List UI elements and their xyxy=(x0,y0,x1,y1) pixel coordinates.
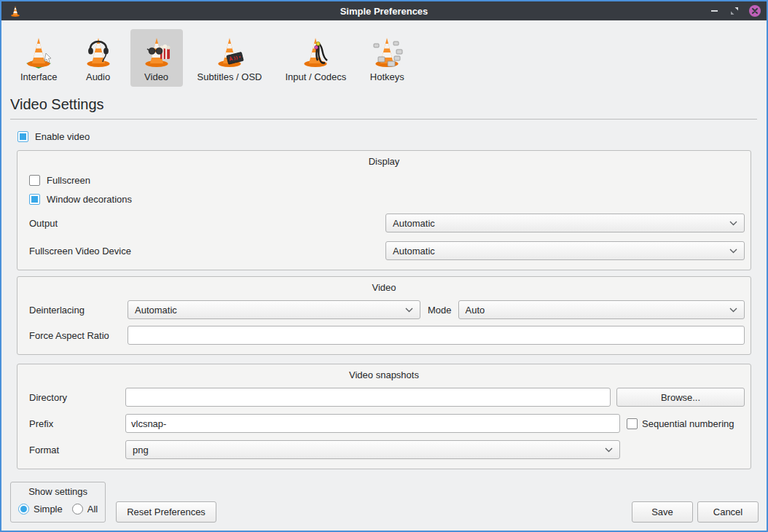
video-group-title: Video xyxy=(23,282,745,293)
tab-input-codecs[interactable]: Input / Codecs xyxy=(276,29,355,87)
deinterlacing-value: Automatic xyxy=(135,305,177,316)
fullscreen-video-device-row: Fullscreen Video Device Automatic xyxy=(23,241,745,260)
force-aspect-ratio-row: Force Aspect Ratio xyxy=(23,326,745,345)
vlc-cone-codecs-icon xyxy=(298,34,333,69)
sequential-numbering-checkbox[interactable] xyxy=(627,418,638,429)
tab-label: Interface xyxy=(20,71,58,82)
simple-radio[interactable] xyxy=(18,504,29,515)
output-value: Automatic xyxy=(393,218,435,229)
simple-radio-label: Simple xyxy=(34,504,63,515)
close-icon[interactable] xyxy=(749,5,761,17)
vlc-cone-interface-icon xyxy=(21,34,56,69)
format-value: png xyxy=(133,445,149,455)
page-title: Video Settings xyxy=(10,96,758,113)
footer-bar: Show settings Simple All Reset Preferenc… xyxy=(1,482,767,531)
save-button[interactable]: Save xyxy=(632,501,693,523)
video-snapshots-groupbox: Video snapshots Directory Browse... Pref… xyxy=(17,364,751,469)
all-radio-label: All xyxy=(87,504,98,515)
tab-subtitles-osd[interactable]: Subtitles / OSD xyxy=(189,29,271,87)
preferences-toolbar: Interface Audio xyxy=(1,20,767,87)
output-row: Output Automatic xyxy=(23,214,745,232)
show-settings-groupbox: Show settings Simple All xyxy=(10,482,106,523)
vlc-cone-icon xyxy=(9,4,22,17)
tab-video[interactable]: Video xyxy=(130,29,183,87)
window-decorations-row[interactable]: Window decorations xyxy=(29,194,745,205)
tab-label: Subtitles / OSD xyxy=(197,71,262,82)
video-groupbox: Video Deinterlacing Automatic Mode Auto … xyxy=(17,276,751,355)
vlc-cone-subtitles-icon xyxy=(212,34,247,69)
output-label: Output xyxy=(29,218,58,229)
directory-label: Directory xyxy=(29,392,125,403)
display-group-title: Display xyxy=(23,156,745,167)
chevron-down-icon xyxy=(729,221,737,226)
maximize-icon[interactable] xyxy=(729,5,740,17)
window-decorations-checkbox[interactable] xyxy=(29,194,40,205)
all-radio[interactable] xyxy=(72,504,83,515)
radio-all[interactable]: All xyxy=(72,504,98,515)
tab-hotkeys[interactable]: Hotkeys xyxy=(361,29,413,87)
tab-label: Audio xyxy=(86,71,110,82)
tab-label: Input / Codecs xyxy=(285,71,346,82)
display-groupbox: Display Fullscreen Window decorations Ou… xyxy=(17,150,751,270)
enable-video-label: Enable video xyxy=(35,131,90,142)
prefix-label: Prefix xyxy=(29,418,125,429)
format-dropdown[interactable]: png xyxy=(125,440,620,459)
sequential-numbering-row[interactable]: Sequential numbering xyxy=(627,418,734,429)
output-dropdown[interactable]: Automatic xyxy=(385,214,745,232)
vlc-cone-hotkeys-icon xyxy=(369,34,404,69)
window-title: Simple Preferences xyxy=(1,6,767,17)
tab-label: Video xyxy=(144,71,168,82)
force-aspect-ratio-input[interactable] xyxy=(128,326,745,345)
format-row: Format png xyxy=(23,440,745,459)
prefix-row: Prefix Sequential numbering xyxy=(23,414,745,433)
chevron-down-icon xyxy=(605,447,613,453)
browse-button[interactable]: Browse... xyxy=(616,388,745,407)
vlc-cone-video-icon xyxy=(139,34,174,69)
directory-row: Directory Browse... xyxy=(23,388,745,407)
show-settings-title: Show settings xyxy=(18,486,98,497)
enable-video-checkbox[interactable] xyxy=(17,131,28,142)
minimize-icon[interactable] xyxy=(708,5,720,17)
fullscreen-checkbox[interactable] xyxy=(29,175,40,186)
deinterlacing-dropdown[interactable]: Automatic xyxy=(128,300,420,319)
fullscreen-video-device-dropdown[interactable]: Automatic xyxy=(385,241,745,260)
prefix-input[interactable] xyxy=(125,414,620,433)
deinterlacing-label: Deinterlacing xyxy=(29,305,128,316)
video-snapshots-group-title: Video snapshots xyxy=(23,369,745,380)
preferences-window: Simple Preferences xyxy=(0,0,768,532)
fullscreen-row[interactable]: Fullscreen xyxy=(29,175,745,186)
mode-dropdown[interactable]: Auto xyxy=(458,300,745,319)
mode-label: Mode xyxy=(428,305,452,316)
radio-simple[interactable]: Simple xyxy=(18,504,63,515)
force-aspect-ratio-label: Force Aspect Ratio xyxy=(29,330,128,341)
reset-preferences-button[interactable]: Reset Preferences xyxy=(116,501,216,523)
format-label: Format xyxy=(29,445,125,455)
tab-interface[interactable]: Interface xyxy=(12,29,66,87)
tab-label: Hotkeys xyxy=(370,71,404,82)
vlc-cone-audio-icon xyxy=(81,34,116,69)
mode-value: Auto xyxy=(466,305,485,316)
chevron-down-icon xyxy=(405,308,413,313)
sequential-numbering-label: Sequential numbering xyxy=(642,418,734,429)
directory-input[interactable] xyxy=(125,388,611,407)
enable-video-row[interactable]: Enable video xyxy=(17,131,767,142)
tab-audio[interactable]: Audio xyxy=(72,29,125,87)
fullscreen-video-device-value: Automatic xyxy=(393,246,435,257)
chevron-down-icon xyxy=(729,249,737,254)
deinterlacing-row: Deinterlacing Automatic Mode Auto xyxy=(23,300,745,319)
chevron-down-icon xyxy=(729,308,737,313)
heading-divider xyxy=(10,119,757,120)
titlebar: Simple Preferences xyxy=(1,1,767,20)
window-controls xyxy=(708,5,761,17)
cancel-button[interactable]: Cancel xyxy=(697,501,759,523)
window-decorations-label: Window decorations xyxy=(47,194,132,205)
fullscreen-label: Fullscreen xyxy=(47,175,90,186)
fullscreen-video-device-label: Fullscreen Video Device xyxy=(29,246,131,257)
